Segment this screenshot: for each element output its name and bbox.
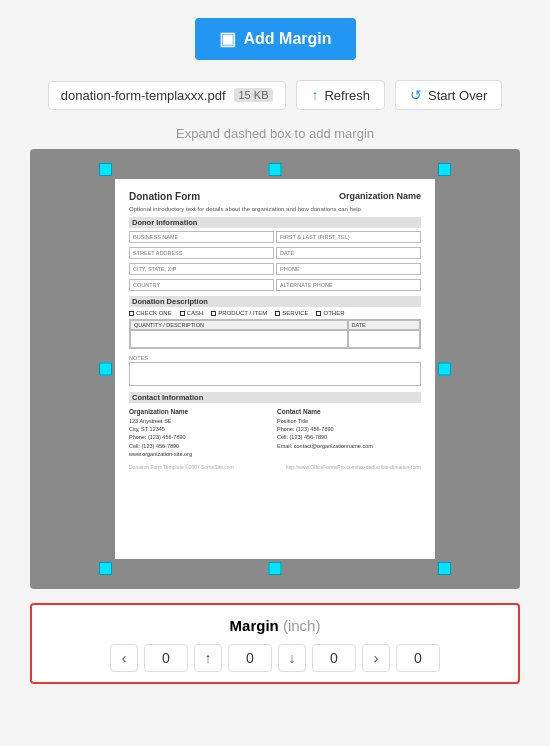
refresh-label: Refresh — [324, 88, 370, 103]
cb-label-3: PRODUCT / ITEM — [218, 310, 267, 316]
top-inc-button[interactable]: ↑ — [194, 644, 222, 672]
country-label: COUNTRY — [133, 282, 270, 288]
contact-phone: Phone: (123) 456-7890 — [129, 433, 273, 441]
top-margin-input[interactable] — [228, 644, 272, 672]
contact-address1: 123 Anystreet SE — [129, 417, 273, 425]
contact-website: www.organization-site.org — [129, 450, 273, 458]
contact-section-title: Contact Information — [129, 392, 421, 403]
street-address-field: STREET ADDRESS — [129, 247, 274, 259]
handle-top-center[interactable] — [269, 163, 282, 176]
add-margin-button[interactable]: ▣ Add Margin — [195, 18, 356, 60]
handle-bottom-left[interactable] — [99, 562, 112, 575]
notes-field — [129, 362, 421, 386]
margin-label: Margin — [230, 617, 279, 634]
contact-section: Organization Name 123 Anystreet SE City,… — [129, 407, 421, 458]
handle-middle-right[interactable] — [438, 363, 451, 376]
contact-city-state: City, ST 12345 — [129, 425, 273, 433]
business-name-label: BUSINESS NAME — [133, 234, 270, 240]
start-over-icon: ↺ — [410, 87, 422, 103]
donor-row-2: STREET ADDRESS DATE — [129, 247, 421, 259]
checkbox-cash: CASH — [180, 310, 204, 316]
margin-title: Margin (inch) — [48, 617, 502, 634]
file-name: donation-form-templaxxx.pdf — [61, 88, 226, 103]
phone-field: PHONE — [276, 263, 421, 275]
contact-org-name: Organization Name — [129, 407, 273, 417]
canvas-area: Donation Form Organization Name Optional… — [30, 149, 520, 589]
checkbox-product-icon — [211, 311, 216, 316]
top-bar: ▣ Add Margin — [0, 0, 550, 74]
handle-top-left[interactable] — [99, 163, 112, 176]
alt-phone-label: ALTERNATE PHONE — [280, 282, 417, 288]
doc-subtitle: Optional introductory text for details a… — [129, 206, 421, 212]
phone-label: PHONE — [280, 266, 417, 272]
bottom-margin-input[interactable] — [312, 644, 356, 672]
file-name-badge: donation-form-templaxxx.pdf 15 KB — [48, 81, 287, 110]
start-over-label: Start Over — [428, 88, 487, 103]
handle-bottom-center[interactable] — [269, 562, 282, 575]
donor-row-4: COUNTRY ALTERNATE PHONE — [129, 279, 421, 291]
doc-org-name: Organization Name — [339, 191, 421, 201]
cb-label-4: SERVICE — [282, 310, 308, 316]
alt-phone-field: ALTERNATE PHONE — [276, 279, 421, 291]
document-paper: Donation Form Organization Name Optional… — [115, 179, 435, 559]
donor-row-3: CITY, STATE, ZIP PHONE — [129, 263, 421, 275]
table-col-description: QUANTITY / DESCRIPTION — [130, 320, 348, 330]
cb-label-2: CASH — [187, 310, 204, 316]
add-margin-icon: ▣ — [219, 28, 236, 50]
refresh-icon: ↑ — [311, 87, 318, 103]
bottom-dec-button[interactable]: ↓ — [278, 644, 306, 672]
contact-col-left: Organization Name 123 Anystreet SE City,… — [129, 407, 273, 458]
checkbox-product: PRODUCT / ITEM — [211, 310, 267, 316]
start-over-button[interactable]: ↺ Start Over — [395, 80, 502, 110]
footer-left: Donation Form Template ©2007 SomeSite.co… — [129, 464, 234, 470]
country-field: COUNTRY — [129, 279, 274, 291]
file-size: 15 KB — [234, 88, 274, 102]
table-col-date: DATE — [348, 320, 421, 330]
checkbox-cash-icon — [180, 311, 185, 316]
handle-bottom-right[interactable] — [438, 562, 451, 575]
contact-cell: Cell: (123) 456-7890 — [129, 442, 273, 450]
first-last-field: FIRST & LAST (FIRST, TEL) — [276, 231, 421, 243]
contact-position: Position Title — [277, 417, 421, 425]
right-margin-input[interactable] — [396, 644, 440, 672]
checkbox-other-icon — [316, 311, 321, 316]
contact-person-name: Contact Name — [277, 407, 421, 417]
right-inc-button[interactable]: › — [362, 644, 390, 672]
file-bar: donation-form-templaxxx.pdf 15 KB ↑ Refr… — [0, 74, 550, 122]
table-body-cell-1 — [130, 330, 348, 348]
checkbox-icon — [129, 311, 134, 316]
contact-col-right: Contact Name Position Title Phone: (123)… — [277, 407, 421, 458]
checkbox-service: SERVICE — [275, 310, 308, 316]
checkbox-other: OTHER — [316, 310, 344, 316]
add-margin-label: Add Margin — [244, 30, 332, 48]
table-body-cell-2 — [348, 330, 421, 348]
donor-row-1: BUSINESS NAME FIRST & LAST (FIRST, TEL) — [129, 231, 421, 243]
margin-section: Margin (inch) ‹ ↑ ↓ › — [30, 603, 520, 684]
doc-footer: Donation Form Template ©2007 SomeSite.co… — [129, 464, 421, 470]
checkbox-service-icon — [275, 311, 280, 316]
donor-section-title: Donor Information — [129, 217, 421, 228]
contact-email: Email: contact@organizationname.com — [277, 442, 421, 450]
cb-label-1: CHECK ONE — [136, 310, 172, 316]
contact-phone-right: Phone: (123) 456-7890 — [277, 425, 421, 433]
document-wrapper: Donation Form Organization Name Optional… — [115, 179, 435, 559]
business-name-field: BUSINESS NAME — [129, 231, 274, 243]
donation-table: QUANTITY / DESCRIPTION DATE — [129, 319, 421, 349]
doc-header: Donation Form Organization Name — [129, 191, 421, 202]
donation-section-title: Donation Description — [129, 296, 421, 307]
first-last-label: FIRST & LAST (FIRST, TEL) — [280, 234, 417, 240]
street-address-label: STREET ADDRESS — [133, 250, 270, 256]
handle-middle-left[interactable] — [99, 363, 112, 376]
donation-checkboxes: CHECK ONE CASH PRODUCT / ITEM SERVICE OT… — [129, 310, 421, 316]
left-dec-button[interactable]: ‹ — [110, 644, 138, 672]
footer-right: http://www.OfficeFormsPro.com/tax-deduct… — [286, 464, 421, 470]
contact-cell-right: Cell: (123) 456-7890 — [277, 433, 421, 441]
handle-top-right[interactable] — [438, 163, 451, 176]
refresh-button[interactable]: ↑ Refresh — [296, 80, 385, 110]
left-margin-input[interactable] — [144, 644, 188, 672]
city-state-zip-label: CITY, STATE, ZIP — [133, 266, 270, 272]
notes-label: NOTES — [129, 355, 421, 361]
date-label: DATE — [280, 250, 417, 256]
cb-label-5: OTHER — [323, 310, 344, 316]
instruction-text: Expand dashed box to add margin — [176, 126, 374, 141]
